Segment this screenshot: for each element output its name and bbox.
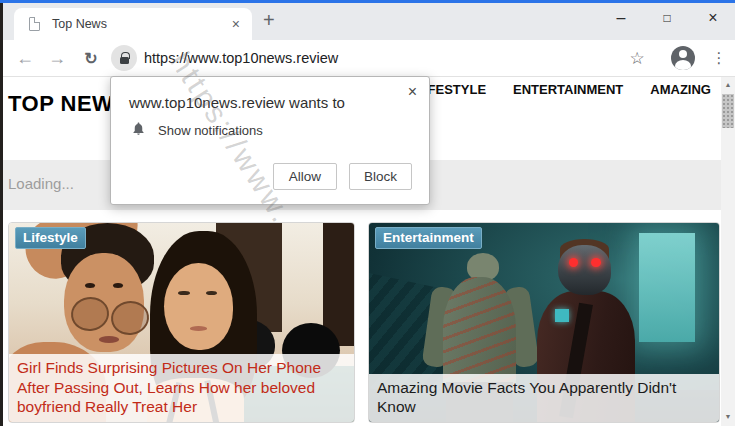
image-shape [591, 258, 601, 267]
block-button[interactable]: Block [349, 163, 412, 190]
image-shape [113, 283, 123, 288]
profile-avatar-icon[interactable] [671, 46, 695, 70]
tab-close-icon[interactable]: × [232, 16, 240, 32]
window-close-button[interactable]: × [697, 4, 729, 32]
notification-permission-dialog: × www.top10news.review wants to Show not… [110, 76, 430, 205]
image-shape [85, 283, 95, 288]
desktop-edge [0, 3, 3, 426]
article-title[interactable]: Girl Finds Surprising Pictures On Her Ph… [9, 354, 354, 422]
allow-button[interactable]: Allow [273, 163, 337, 190]
loading-text: Loading... [8, 175, 74, 192]
image-shape [569, 258, 579, 267]
back-button[interactable]: ← [13, 46, 37, 70]
dialog-close-icon[interactable]: × [408, 83, 417, 101]
nav-item-amazing[interactable]: AMAZING [650, 82, 711, 97]
reload-button[interactable]: ↻ [79, 46, 103, 70]
dialog-title: www.top10news.review wants to [129, 94, 345, 111]
article-card-lifestyle[interactable]: Lifestyle Girl Finds Surprising Pictures… [8, 222, 355, 423]
page-favicon-icon [29, 17, 40, 31]
window-maximize-button[interactable]: □ [651, 4, 683, 32]
article-title[interactable]: Amazing Movie Facts You Apparently Didn'… [369, 374, 719, 422]
window-top-accent [0, 0, 735, 3]
forward-button[interactable]: → [45, 46, 69, 70]
new-tab-button[interactable]: + [263, 9, 275, 32]
security-chip[interactable] [111, 45, 137, 71]
category-badge[interactable]: Entertainment [375, 227, 482, 249]
site-nav: LIFESTYLE ENTERTAINMENT AMAZING [416, 82, 711, 97]
bookmark-star-icon[interactable]: ☆ [625, 46, 649, 70]
lock-icon [120, 57, 129, 64]
address-bar-url[interactable]: https://www.top10news.review [144, 50, 338, 66]
permission-label: Show notifications [158, 123, 263, 138]
browser-window: Top News × + – □ × ← → ↻ https://www.top… [0, 0, 735, 426]
window-minimize-button[interactable]: – [605, 4, 637, 32]
browser-menu-icon[interactable]: ⋮ [707, 46, 731, 70]
bell-icon [131, 120, 146, 141]
article-card-entertainment[interactable]: Entertainment Amazing Movie Facts You Ap… [368, 222, 720, 423]
tab-strip: Top News × + – □ × [3, 3, 735, 40]
nav-item-entertainment[interactable]: ENTERTAINMENT [513, 82, 623, 97]
image-shape [558, 245, 611, 295]
tab-title: Top News [52, 17, 107, 31]
image-shape [555, 309, 569, 323]
scroll-down-icon[interactable]: ▼ [721, 409, 735, 424]
scroll-up-icon[interactable]: ▲ [721, 77, 735, 92]
category-badge[interactable]: Lifestyle [15, 227, 86, 249]
page-scrollbar[interactable]: ▲ ▼ [721, 77, 735, 426]
image-shape [164, 263, 233, 351]
browser-toolbar: ← → ↻ https://www.top10news.review ☆ ⋮ [3, 40, 735, 77]
browser-tab[interactable]: Top News × [14, 8, 252, 40]
scrollbar-thumb[interactable] [722, 94, 734, 128]
image-shape [639, 233, 695, 342]
